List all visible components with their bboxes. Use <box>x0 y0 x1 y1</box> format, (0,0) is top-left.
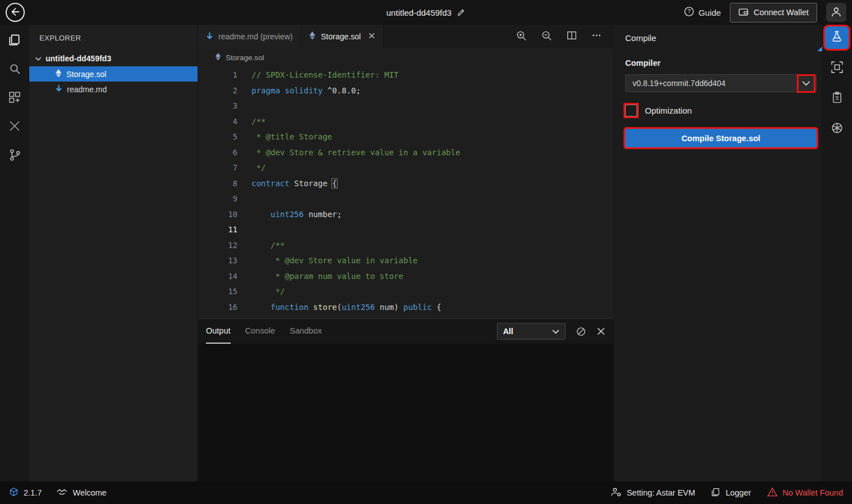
tab-label: readme.md (preview) <box>218 32 293 41</box>
main-row: EXPLORER untitled-dd459fd3 Storage.sol r… <box>0 25 852 482</box>
code-line: 16 function store(uint256 num) public { <box>198 300 613 316</box>
chevron-down-icon[interactable] <box>799 76 814 91</box>
edit-pencil-icon[interactable] <box>456 7 465 18</box>
scan-frame-icon <box>830 60 844 76</box>
guide-label: Guide <box>698 8 721 17</box>
code-line: 6 * @dev Store & retrieve value in a var… <box>198 145 613 161</box>
code-line: 13 * @dev Store value in variable <box>198 253 613 269</box>
tabstrip-actions <box>515 25 613 48</box>
code-line: 2pragma solidity ^0.8.0; <box>198 83 613 99</box>
avatar-button[interactable] <box>826 3 846 22</box>
code-lines: 1// SPDX-License-Identifier: MIT2pragma … <box>198 68 613 315</box>
compiler-version-select[interactable]: v0.8.19+commit.7dd6d404 <box>625 74 817 92</box>
ai-assistant-tab[interactable] <box>825 118 849 140</box>
code-line: 1// SPDX-License-Identifier: MIT <box>198 68 613 83</box>
code-editor[interactable]: 1// SPDX-License-Identifier: MIT2pragma … <box>198 66 613 318</box>
compiler-version-value: v0.8.19+commit.7dd6d404 <box>633 79 799 88</box>
search-icon <box>8 62 22 78</box>
person-gear-icon <box>611 487 622 499</box>
code-line: 11 <box>198 222 613 238</box>
code-line: 15 */ <box>198 284 613 300</box>
file-name: Storage.sol <box>66 70 106 79</box>
output-filter-select[interactable]: All <box>497 323 566 340</box>
panel-tools: All <box>497 323 606 340</box>
handshake-icon <box>56 487 68 498</box>
explorer-tab[interactable] <box>6 33 23 50</box>
ethereum-icon <box>55 69 62 79</box>
editor-column: readme.md (preview) Storage.sol <box>198 25 613 482</box>
connections-tab[interactable] <box>6 119 23 136</box>
file-item-readme-md[interactable]: readme.md <box>29 82 198 97</box>
extensions-icon <box>8 91 22 107</box>
arrow-left-icon <box>10 6 21 19</box>
file-item-storage-sol[interactable]: Storage.sol <box>29 66 198 82</box>
code-line: 4/** <box>198 114 613 130</box>
clipboard-icon <box>831 91 844 106</box>
left-activity-bar <box>0 25 29 482</box>
code-line: 9 <box>198 191 613 207</box>
svg-text:?: ? <box>688 8 691 15</box>
compiler-label: Compiler <box>625 58 822 68</box>
interact-tool-tab[interactable] <box>825 57 849 79</box>
panel-tab-sandbox[interactable]: Sandbox <box>290 319 322 344</box>
tree-root-folder[interactable]: untitled-dd459fd3 <box>29 51 198 66</box>
zoom-out-icon[interactable] <box>541 30 553 44</box>
statusbar-right: Setting: Astar EVM Logger No Wallet Foun… <box>611 487 843 499</box>
version-label: 2.1.7 <box>24 488 42 497</box>
wallet-warning-label: No Wallet Found <box>783 488 843 497</box>
markdown-icon <box>206 32 213 42</box>
tab-close-icon[interactable] <box>368 32 375 41</box>
panel-tab-output[interactable]: Output <box>206 319 231 344</box>
app-window: untitled-dd459fd3 ? Guide Connect Wallet <box>0 0 852 504</box>
right-activity-bar <box>822 25 852 482</box>
person-icon <box>831 6 842 19</box>
no-wallet-warning[interactable]: No Wallet Found <box>767 487 843 498</box>
root-folder-name: untitled-dd459fd3 <box>46 54 111 63</box>
compile-tool-tab[interactable] <box>825 26 849 49</box>
warning-triangle-icon <box>767 487 778 498</box>
version-item[interactable]: 2.1.7 <box>9 487 42 498</box>
back-button[interactable] <box>6 3 25 22</box>
connect-wallet-button[interactable]: Connect Wallet <box>730 3 817 22</box>
code-line: 7 */ <box>198 160 613 176</box>
panel-tab-console[interactable]: Console <box>245 319 275 344</box>
optimization-checkbox[interactable] <box>625 105 637 116</box>
filter-value: All <box>503 327 513 336</box>
project-title-group: untitled-dd459fd3 <box>387 7 466 18</box>
optimization-row: Optimization <box>625 105 822 116</box>
compile-panel: Compile Compiler v0.8.19+commit.7dd6d404… <box>613 25 822 482</box>
zoom-in-icon[interactable] <box>515 30 527 44</box>
plugin-manager-tab[interactable] <box>6 90 23 107</box>
close-panel-icon[interactable] <box>597 327 606 336</box>
audit-tool-tab[interactable] <box>825 87 849 110</box>
code-line: 12 /** <box>198 238 613 254</box>
optimization-label: Optimization <box>645 106 692 115</box>
markdown-icon <box>55 84 62 94</box>
split-editor-icon[interactable] <box>566 30 577 43</box>
breadcrumb[interactable]: Storage.sol <box>198 48 613 66</box>
explorer-sidebar: EXPLORER untitled-dd459fd3 Storage.sol r… <box>29 25 198 482</box>
cube-icon <box>9 487 19 498</box>
git-tab[interactable] <box>6 147 23 164</box>
search-tab[interactable] <box>6 61 23 78</box>
code-line: 3 <box>198 98 613 114</box>
code-line: 14 * @param num value to store <box>198 269 613 285</box>
tab-label: Storage.sol <box>321 32 361 41</box>
cross-lines-icon <box>8 119 21 135</box>
bottom-panel: Output Console Sandbox All <box>198 318 613 482</box>
more-actions-icon[interactable] <box>591 30 602 43</box>
compile-button[interactable]: Compile Storage.sol <box>625 129 817 147</box>
file-name: readme.md <box>67 85 107 94</box>
guide-link[interactable]: ? Guide <box>684 6 721 19</box>
annotation-marker <box>817 46 822 51</box>
setting-item[interactable]: Setting: Astar EVM <box>611 487 696 499</box>
welcome-item[interactable]: Welcome <box>56 487 106 498</box>
clear-output-icon[interactable] <box>576 326 586 337</box>
explorer-header: EXPLORER <box>29 25 198 51</box>
tab-storage-sol[interactable]: Storage.sol <box>301 25 384 48</box>
panel-tabbar: Output Console Sandbox All <box>198 319 613 344</box>
code-line: 10 uint256 number; <box>198 207 613 223</box>
logger-item[interactable]: Logger <box>711 487 751 499</box>
chevron-down-icon <box>35 54 42 63</box>
tab-readme-md[interactable]: readme.md (preview) <box>198 25 301 48</box>
